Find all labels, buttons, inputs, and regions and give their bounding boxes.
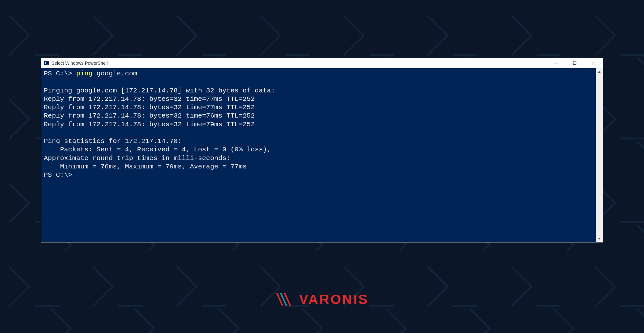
- varonis-mark-icon: [275, 292, 295, 307]
- prompt-prefix: PS C:\>: [44, 70, 76, 77]
- scroll-up-icon[interactable]: [596, 68, 603, 75]
- reply-line: Reply from 172.217.14.78: bytes=32 time=…: [44, 104, 255, 111]
- vertical-scrollbar[interactable]: [596, 68, 603, 242]
- maximize-button[interactable]: [565, 58, 584, 68]
- terminal-output[interactable]: PS C:\> ping google.com Pinging google.c…: [41, 68, 596, 242]
- command-arg: google.com: [92, 70, 137, 77]
- rtt-header: Approximate round trip times in milli-se…: [44, 155, 231, 162]
- reply-line: Reply from 172.217.14.78: bytes=32 time=…: [44, 95, 255, 103]
- pinging-line: Pinging google.com [172.217.14.78] with …: [44, 87, 275, 94]
- scroll-down-icon[interactable]: [596, 235, 603, 242]
- varonis-wordmark: VARONIS: [299, 292, 369, 307]
- scrollbar-track[interactable]: [596, 75, 603, 235]
- command-name: ping: [76, 70, 92, 77]
- prompt: PS C:\>: [44, 171, 72, 179]
- close-button[interactable]: [584, 58, 603, 68]
- reply-line: Reply from 172.217.14.78: bytes=32 time=…: [44, 112, 255, 119]
- powershell-icon: [44, 61, 49, 66]
- titlebar[interactable]: Select Windows PowerShell: [41, 58, 603, 68]
- reply-line: Reply from 172.217.14.78: bytes=32 time=…: [44, 121, 255, 128]
- varonis-logo: VARONIS: [275, 292, 369, 307]
- packets-line: Packets: Sent = 4, Received = 4, Lost = …: [44, 146, 271, 153]
- svg-rect-6: [573, 62, 576, 64]
- window-title: Select Windows PowerShell: [52, 61, 547, 66]
- rtt-line: Minimum = 76ms, Maximum = 79ms, Average …: [44, 163, 247, 170]
- window-controls: [547, 58, 603, 68]
- powershell-window: Select Windows PowerShell PS C:\> ping g…: [41, 58, 603, 242]
- stats-header: Ping statistics for 172.217.14.78:: [44, 138, 182, 145]
- minimize-button[interactable]: [547, 58, 565, 68]
